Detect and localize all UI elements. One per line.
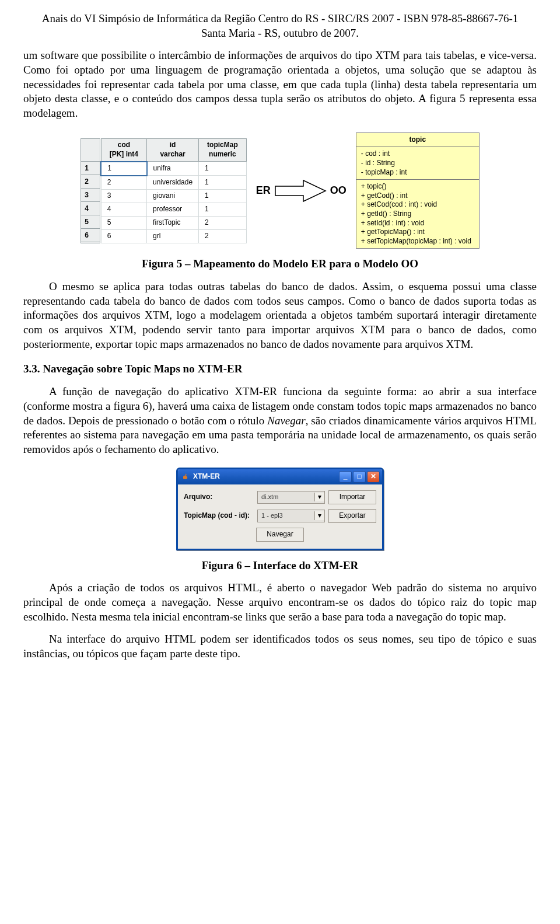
importar-button[interactable]: Importar xyxy=(328,490,376,504)
row-num: 3 xyxy=(81,189,100,202)
exportar-button[interactable]: Exportar xyxy=(328,509,376,523)
topicmap-label: TopicMap (cod - id): xyxy=(184,511,254,521)
header-line-1: Anais do VI Simpósio de Informática da R… xyxy=(23,12,537,26)
er-to-oo-arrow: ER OO xyxy=(256,178,346,204)
paragraph-2: O mesmo se aplica para todas outras tabe… xyxy=(23,280,537,351)
chevron-down-icon[interactable]: ▾ xyxy=(314,511,324,521)
arquivo-label: Arquivo: xyxy=(184,493,254,502)
figure-5: 1 2 3 4 5 6 cod[PK] int4 idvarchar topic… xyxy=(23,133,537,249)
er-table: cod[PK] int4 idvarchar topicMapnumeric 1… xyxy=(100,138,247,243)
er-col-id: idvarchar xyxy=(147,138,199,162)
header-line-2: Santa Maria - RS, outubro de 2007. xyxy=(23,26,537,41)
table-row: 4 professor 1 xyxy=(101,203,246,216)
arrow-icon xyxy=(274,178,327,204)
row-num: 6 xyxy=(81,229,100,242)
row-num: 2 xyxy=(81,175,100,189)
maximize-button[interactable]: □ xyxy=(353,471,366,483)
topicmap-combo[interactable]: 1 - epl3 ▾ xyxy=(257,510,325,522)
table-row: 1 unifra 1 xyxy=(101,162,246,176)
uml-class-box: topic - cod : int - id : String - topicM… xyxy=(356,133,480,249)
arquivo-combo[interactable]: di.xtm ▾ xyxy=(257,491,325,504)
uml-operations: + topic() + getCod() : int + setCod(cod … xyxy=(356,180,479,248)
figure-5-caption: Figura 5 – Mapeamento do Modelo ER para … xyxy=(23,257,537,271)
navegar-button[interactable]: Navegar xyxy=(256,528,304,542)
table-row: 3 giovani 1 xyxy=(101,189,246,203)
uml-class-name: topic xyxy=(356,133,479,148)
paragraph-3: A função de navegação do aplicativo XTM-… xyxy=(23,385,537,456)
svg-marker-0 xyxy=(275,180,326,201)
table-row: 5 firstTopic 2 xyxy=(101,216,246,229)
er-col-cod: cod[PK] int4 xyxy=(101,138,146,162)
figure-6-window: XTM-ER _ □ ✕ Arquivo: di.xtm ▾ Importar … xyxy=(176,468,384,550)
row-num: 4 xyxy=(81,202,100,215)
paragraph-1: um software que possibilite o intercâmbi… xyxy=(23,48,537,120)
er-table-wrap: 1 2 3 4 5 6 cod[PK] int4 idvarchar topic… xyxy=(80,138,247,243)
arquivo-value: di.xtm xyxy=(258,493,314,501)
oo-label: OO xyxy=(330,184,346,197)
uml-attributes: - cod : int - id : String - topicMap : i… xyxy=(356,147,479,180)
minimize-button[interactable]: _ xyxy=(339,471,352,483)
close-button[interactable]: ✕ xyxy=(367,471,380,483)
section-3-3-title: 3.3. Navegação sobre Topic Maps no XTM-E… xyxy=(23,362,537,376)
chevron-down-icon[interactable]: ▾ xyxy=(314,493,324,502)
java-icon xyxy=(181,473,190,481)
window-titlebar: XTM-ER _ □ ✕ xyxy=(178,469,382,484)
paragraph-5: Na interface do arquivo HTML podem ser i… xyxy=(23,632,537,661)
er-col-topicmap: topicMapnumeric xyxy=(199,138,247,162)
row-num: 5 xyxy=(81,215,100,229)
row-number-column: 1 2 3 4 5 6 xyxy=(80,138,100,243)
topicmap-value: 1 - epl3 xyxy=(258,511,314,519)
figure-6-caption: Figura 6 – Interface do XTM-ER xyxy=(23,559,537,573)
er-label: ER xyxy=(256,184,271,197)
table-row: 2 universidade 1 xyxy=(101,176,246,190)
window-title: XTM-ER xyxy=(193,472,220,482)
paragraph-4: Após a criação de todos os arquivos HTML… xyxy=(23,581,537,624)
table-row: 6 grl 2 xyxy=(101,229,246,243)
row-num: 1 xyxy=(81,162,100,175)
